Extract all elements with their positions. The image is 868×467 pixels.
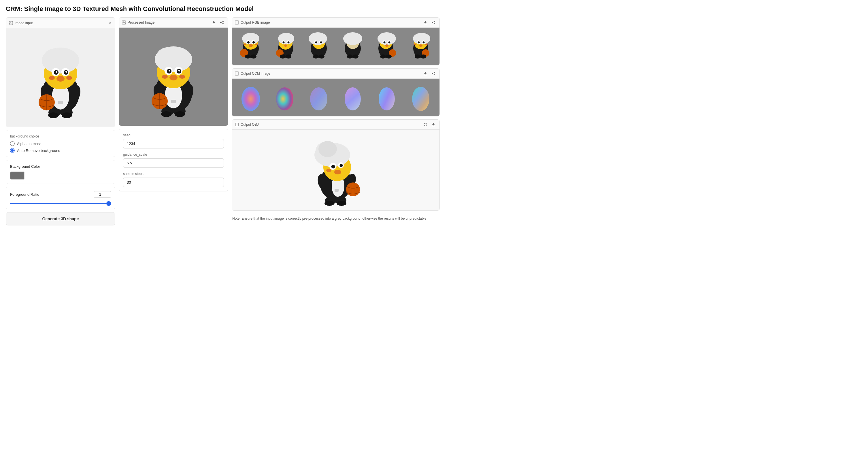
svg-line-136	[433, 74, 434, 75]
seed-input[interactable]	[123, 139, 224, 148]
generate-button[interactable]: Generate 3D shape	[6, 212, 115, 226]
rgb-thumb-3	[303, 31, 335, 62]
output-ccm-icon	[235, 71, 239, 76]
processed-image-download-button[interactable]	[211, 20, 217, 25]
output-rgb-actions	[422, 20, 437, 25]
svg-point-68	[252, 41, 255, 43]
output-obj-refresh-button[interactable]	[422, 122, 429, 127]
svg-point-21	[48, 112, 59, 118]
foreground-ratio-slider[interactable]	[10, 203, 111, 204]
svg-point-101	[343, 32, 362, 45]
processed-image-header: Processed Image	[119, 18, 228, 28]
guidance-scale-group: guidance_scale	[123, 152, 224, 168]
output-obj-panel: Output OBJ	[232, 119, 440, 211]
alpha-mask-radio[interactable]	[10, 141, 15, 146]
output-rgb-download-button[interactable]	[422, 20, 429, 25]
input-character-svg	[29, 36, 92, 120]
background-color-swatch[interactable]	[10, 172, 25, 180]
svg-point-163	[326, 169, 332, 172]
svg-point-85	[280, 55, 286, 59]
guidance-scale-input[interactable]	[123, 158, 224, 168]
svg-point-133	[434, 75, 435, 76]
output-rgb-share-button[interactable]	[430, 20, 437, 25]
svg-point-64	[242, 33, 259, 45]
svg-point-134	[432, 73, 433, 74]
svg-point-128	[415, 55, 421, 59]
output-ccm-share-button[interactable]	[430, 71, 437, 76]
alpha-mask-option[interactable]: Alpha as mask	[10, 141, 111, 146]
note-text: Note: Ensure that the input image is cor…	[232, 214, 440, 224]
auto-remove-option[interactable]: Auto Remove background	[10, 148, 111, 153]
image-input-header: Image input ×	[6, 18, 115, 29]
svg-point-148	[412, 87, 429, 111]
svg-point-41	[168, 70, 170, 71]
background-color-panel: Background Color	[6, 160, 115, 184]
share-icon	[220, 21, 224, 25]
rgb-thumb-1	[235, 31, 267, 62]
svg-point-169	[324, 201, 334, 206]
ccm-thumb-4	[337, 82, 369, 113]
svg-point-119	[413, 33, 430, 45]
foreground-ratio-header: Foreground Ratio	[10, 191, 111, 198]
svg-point-78	[278, 33, 294, 45]
sample-steps-input[interactable]	[123, 178, 224, 187]
svg-point-15	[66, 76, 72, 80]
svg-point-170	[337, 201, 346, 206]
foreground-ratio-panel: Foreground Ratio	[6, 187, 115, 209]
svg-point-157	[318, 141, 337, 157]
processed-image-icon	[122, 21, 126, 25]
right-column: Output RGB image	[232, 17, 440, 224]
seed-label: seed	[123, 133, 224, 137]
foreground-ratio-slider-container	[10, 201, 111, 205]
output-ccm-gallery-body	[232, 79, 439, 116]
sample-steps-label: sample steps	[123, 172, 224, 176]
obj-3d-preview	[307, 134, 365, 206]
svg-point-144	[345, 87, 361, 110]
svg-point-124	[419, 45, 423, 47]
image-input-close-button[interactable]: ×	[108, 20, 112, 26]
background-choice-panel: background choice Alpha as mask Auto Rem…	[6, 130, 115, 157]
output-obj-viewer	[232, 130, 439, 210]
svg-rect-54	[235, 21, 239, 24]
svg-point-125	[413, 43, 416, 45]
svg-point-160	[332, 165, 335, 169]
svg-rect-130	[235, 72, 239, 75]
background-color-label: Background Color	[10, 164, 111, 169]
svg-line-31	[221, 23, 222, 24]
ccm-thumb-5	[371, 82, 403, 113]
svg-point-73	[245, 55, 251, 59]
svg-rect-55	[424, 24, 427, 24]
svg-point-45	[179, 75, 185, 79]
svg-point-122	[418, 41, 420, 43]
svg-point-132	[434, 72, 435, 73]
output-ccm-header: Output CCM image	[232, 68, 439, 79]
background-choice-group: Alpha as mask Auto Remove background	[10, 141, 111, 153]
output-ccm-panel: Output CCM image	[232, 68, 440, 116]
page-title: CRM: Single Image to 3D Textured Mesh wi…	[6, 5, 428, 13]
output-obj-download-button[interactable]	[430, 122, 437, 127]
svg-rect-131	[424, 75, 427, 75]
svg-line-59	[433, 21, 434, 23]
svg-point-36	[156, 47, 179, 67]
svg-point-96	[313, 55, 319, 59]
image-input-header-left: Image input	[9, 21, 33, 25]
rgb-thumb-6	[405, 31, 437, 62]
middle-controls-panel: seed guidance_scale sample steps	[119, 129, 228, 192]
svg-point-126	[425, 43, 428, 45]
output-rgb-gallery-body	[232, 28, 439, 65]
foreground-ratio-input[interactable]	[94, 191, 111, 198]
left-column: Image input ×	[6, 17, 115, 226]
svg-point-161	[340, 164, 343, 167]
processed-image-share-button[interactable]	[219, 20, 225, 25]
rgb-thumb-2	[269, 31, 301, 62]
svg-point-115	[386, 55, 392, 59]
svg-point-51	[161, 111, 172, 117]
output-ccm-download-button[interactable]	[422, 71, 429, 76]
svg-point-123	[423, 41, 425, 43]
auto-remove-radio[interactable]	[10, 148, 15, 153]
svg-point-12	[65, 71, 67, 72]
svg-point-129	[421, 55, 426, 59]
svg-point-97	[319, 55, 324, 59]
processed-image-actions	[211, 20, 225, 25]
svg-point-103	[353, 55, 359, 59]
